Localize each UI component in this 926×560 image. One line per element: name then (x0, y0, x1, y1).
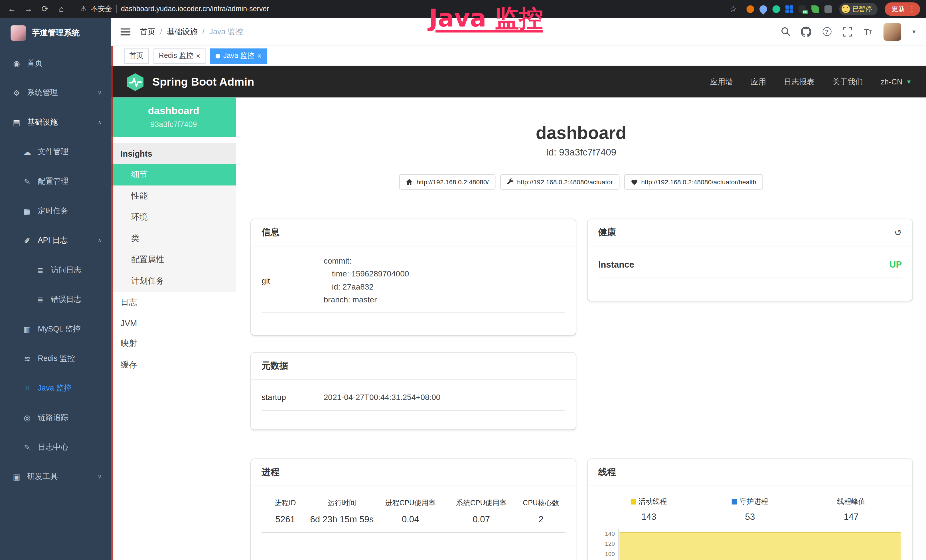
sba-instance-header[interactable]: dashboard 93a3fc7f7409 (111, 98, 236, 137)
chevron-down-icon: ▼ (906, 79, 912, 85)
back-icon[interactable]: ← (6, 0, 18, 18)
sba-item-details[interactable]: 细节 (111, 164, 236, 186)
y-tick: 120 (598, 539, 615, 549)
sidebar-item-config[interactable]: ✎ 配置管理 (0, 166, 111, 196)
sba-item-scheduled-tasks[interactable]: 计划任务 (111, 271, 236, 292)
sba-instance-name: dashboard (111, 105, 236, 117)
threads-legend: 活动线程 143 守护进程 (598, 494, 902, 522)
sba-item-classes[interactable]: 类 (111, 228, 236, 249)
health-row-instance: Instance UP (598, 255, 902, 278)
sba-language-select[interactable]: zh-CN ▼ (881, 77, 912, 86)
github-icon[interactable] (801, 26, 811, 37)
browser-home-icon[interactable]: ⌂ (56, 0, 67, 18)
health-heart-icon (631, 178, 638, 185)
history-icon[interactable]: ↺ (894, 227, 902, 238)
extension-icon[interactable] (785, 5, 788, 9)
status-badge: UP (890, 259, 902, 269)
app-logo[interactable]: 芋道管理系统 (0, 18, 111, 48)
caret-down-icon[interactable]: ▼ (911, 29, 916, 35)
chevron-up-icon: ∧ (98, 238, 102, 243)
row-label: startup (262, 393, 324, 402)
sba-brand[interactable]: Spring Boot Admin (152, 75, 254, 88)
user-avatar[interactable] (884, 23, 901, 41)
col-pid: 进程ID (275, 498, 296, 508)
bookmark-star-icon[interactable]: ☆ (727, 0, 739, 18)
sba-nav-wall[interactable]: 应用墙 (710, 76, 733, 87)
sidebar-item-system[interactable]: ⚙ 系统管理 ∨ (0, 78, 111, 107)
instance-id-line: Id: 93a3fc7f7409 (236, 147, 926, 158)
sidebar-item-schedule[interactable]: ▦ 定时任务 (0, 196, 111, 226)
sidebar-item-redis[interactable]: ≋ Redis 监控 (0, 344, 111, 374)
browser-menu-icon[interactable]: ⋮ (909, 5, 915, 13)
puzzle-extension-icon[interactable] (824, 5, 832, 13)
sba-nav-about[interactable]: 关于我们 (832, 76, 863, 87)
breadcrumb-separator: / (160, 27, 162, 36)
address-divider (116, 5, 117, 13)
sba-item-jvm[interactable]: JVM (111, 313, 236, 333)
profile-sync-paused-chip[interactable]: 已暂停 (839, 3, 878, 15)
sba-logo-icon[interactable] (125, 72, 145, 92)
sidebar-item-files[interactable]: ☁ 文件管理 (0, 137, 111, 166)
infrastructure-icon: ▤ (12, 118, 21, 127)
search-icon[interactable] (780, 26, 791, 37)
forward-icon[interactable]: → (23, 0, 34, 18)
info-row-git: git commit: time: 1596289704000 id: 27aa… (262, 255, 565, 313)
schedule-icon: ▦ (23, 207, 32, 215)
sba-item-config-props[interactable]: 配置属性 (111, 249, 236, 271)
sba-item-environment[interactable]: 环境 (111, 207, 236, 228)
sidebar-item-devtools[interactable]: ▣ 研发工具 ∨ (0, 462, 111, 492)
service-url-link[interactable]: http://192.168.0.2:48080/ (399, 174, 495, 190)
extension-icon[interactable] (758, 3, 768, 14)
sidebar-item-infrastructure[interactable]: ▤ 基础设施 ∧ (0, 107, 111, 137)
sidebar-item-mysql[interactable]: ▥ MySQL 监控 (0, 314, 111, 344)
sidebar-item-home[interactable]: ◉ 首页 (0, 48, 111, 78)
sba-insights-group: 细节 性能 环境 类 配置属性 计划任务 (111, 164, 236, 292)
sba-nav-applications[interactable]: 应用 (751, 76, 766, 87)
card-body: startup 2021-04-27T00:44:31.254+08:00 (251, 380, 576, 411)
page-title: dashboard (236, 123, 926, 144)
sidebar-item-api-logs[interactable]: ✐ API 日志 ∧ (0, 226, 111, 255)
legend-label: 活动线程 (639, 497, 667, 507)
commit-time: time: 1596289704000 (324, 268, 409, 281)
tab-redis-monitor[interactable]: Redis 监控 × (153, 48, 205, 64)
extension-icon[interactable] (772, 5, 780, 13)
app-window: 芋道管理系统 ◉ 首页 ⚙ 系统管理 ∨ ▤ 基础设施 ∧ ☁ (0, 18, 926, 560)
hamburger-icon[interactable] (120, 28, 130, 35)
breadcrumb-infrastructure[interactable]: 基础设施 (167, 26, 198, 37)
sidebar-item-log-center[interactable]: ✎ 日志中心 (0, 433, 111, 462)
health-url-link[interactable]: http://192.168.0.2:48080/actuator/health (624, 174, 763, 190)
sba-item-caches[interactable]: 缓存 (111, 354, 236, 376)
sidebar-item-access-logs[interactable]: ≣ 访问日志 (0, 255, 111, 285)
sba-item-performance[interactable]: 性能 (111, 185, 236, 207)
process-table-header: 进程ID 运行时间 进程CPU使用率 系统CPU使用率 CPU核心数 (262, 494, 565, 510)
access-log-icon: ≣ (35, 266, 45, 274)
close-icon[interactable]: × (257, 52, 262, 59)
sba-instance-id: 93a3fc7f7409 (111, 120, 236, 129)
font-size-icon[interactable]: TT (863, 26, 873, 37)
col-system-cpu: 系统CPU使用率 (456, 498, 507, 508)
actuator-url-link[interactable]: http://192.168.0.2:48080/actuator (500, 174, 619, 190)
extension-icon[interactable] (811, 5, 819, 13)
sidebar-item-tracing[interactable]: ◎ 链路追踪 (0, 403, 111, 433)
sidebar-item-error-logs[interactable]: ≣ 错误日志 (0, 285, 111, 314)
profile-avatar-icon (841, 5, 850, 13)
breadcrumb-separator: / (203, 27, 205, 36)
browser-update-button[interactable]: 更新 ⋮ (884, 2, 920, 16)
sidebar-item-java-monitor[interactable]: ⌗ Java 监控 (0, 374, 111, 403)
tab-home[interactable]: 首页 (124, 48, 149, 64)
sba-item-mappings[interactable]: 映射 (111, 333, 236, 354)
fullscreen-icon[interactable] (842, 26, 853, 37)
api-log-icon: ✐ (23, 236, 32, 245)
sba-nav-journal[interactable]: 日志报表 (784, 76, 814, 87)
reload-icon[interactable]: ⟳ (39, 0, 51, 18)
breadcrumb-home[interactable]: 首页 (140, 26, 156, 37)
help-icon[interactable]: ? (822, 26, 832, 37)
extension-icon[interactable] (798, 5, 806, 13)
sba-item-logs[interactable]: 日志 (111, 292, 236, 313)
instance-links: http://192.168.0.2:48080/ http://192.168… (236, 174, 926, 190)
address-bar[interactable]: ⚠ 不安全 dashboard.yudao.iocoder.cn/infra/a… (80, 4, 269, 14)
tab-java-monitor[interactable]: Java 监控 × (210, 48, 267, 64)
legend-label: 守护进程 (740, 497, 768, 507)
extension-icon[interactable] (746, 5, 754, 13)
close-icon[interactable]: × (196, 52, 200, 59)
